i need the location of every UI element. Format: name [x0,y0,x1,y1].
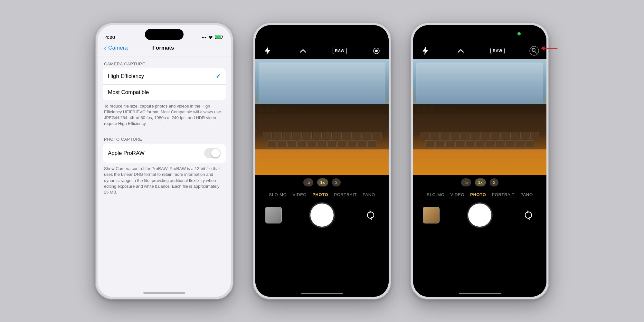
key [353,132,362,139]
zoom-1x-2[interactable]: 1x [475,178,486,186]
key [450,132,459,139]
back-chevron-icon: ‹ [104,44,106,52]
zoom-bar-2: .5 1x 2 [413,175,546,190]
proraw-description: Show Camera control for ProRAW. ProRAW i… [98,163,231,200]
signal-icon: ▪▪▪ [202,35,206,40]
raw-badge[interactable]: RAW [333,48,347,54]
camera-top-controls-2: RAW [413,43,546,59]
zoom-2x[interactable]: 2 [332,178,341,186]
key [510,132,519,139]
camera-screen-2: RAW [413,25,546,297]
proraw-toggle[interactable] [204,148,221,158]
key [263,132,272,139]
page-title: Formats [128,45,199,51]
key [460,132,469,139]
home-indicator-2 [301,293,343,294]
key [283,132,292,139]
key [505,140,514,147]
flash-button[interactable] [262,45,273,57]
key [525,140,534,147]
mode-portrait-2[interactable]: PORTRAIT [492,192,515,197]
live-photo-button[interactable] [371,45,382,57]
mode-portrait[interactable]: PORTRAIT [334,192,357,197]
mode-video[interactable]: VIDEO [293,192,307,197]
key [425,140,434,147]
key [515,140,524,147]
settings-nav: ‹ Camera Formats [98,43,231,56]
zoom-bar-1: .5 1x 2 [255,175,389,190]
mode-pano[interactable]: PANO [363,192,375,197]
key [465,140,474,147]
key [308,140,317,147]
battery-icon [215,35,223,40]
key [278,140,287,147]
camera-bottom-2 [413,200,546,231]
key [313,132,322,139]
dynamic-island-3 [460,29,499,40]
key [327,140,336,147]
zoom-2x-2[interactable]: 2 [490,178,498,186]
camera-capture-card: High Efficiency ✓ Most Compatible [103,68,226,100]
apple-proraw-row[interactable]: Apple ProRAW [103,144,226,163]
svg-rect-1 [216,36,221,38]
mode-slo-mo[interactable]: SLO-MO [269,192,287,197]
shutter-button-2[interactable] [468,204,491,227]
home-indicator [143,292,185,294]
key [475,140,484,147]
zoom-label: 2 [493,180,495,185]
key [323,132,332,139]
high-efficiency-label: High Efficiency [108,73,216,80]
mode-photo[interactable]: PHOTO [312,192,328,197]
key [363,132,372,139]
mode-slo-mo-2[interactable]: SLO-MO [427,192,444,197]
high-efficiency-row[interactable]: High Efficiency ✓ [103,68,226,85]
zoom-label: 1x [320,180,325,185]
photo-capture-card: Apple ProRAW [103,144,226,163]
key [273,132,282,139]
key [288,140,297,147]
flash-button-2[interactable] [420,45,431,57]
mode-pano-2[interactable]: PANO [520,192,533,197]
key [298,140,307,147]
orange-surface [255,149,389,175]
key [455,140,464,147]
mode-video-2[interactable]: VIDEO [450,192,465,197]
zoom-0.5-2[interactable]: .5 [461,178,471,186]
svg-point-6 [530,46,539,55]
mode-photo-2[interactable]: PHOTO [470,192,486,197]
svg-line-8 [535,52,536,53]
chevron-up-button-2[interactable] [455,45,467,57]
macbook-lid-2 [416,62,543,104]
thumbnail-preview[interactable] [265,207,282,223]
key [317,140,327,147]
shutter-button[interactable] [310,204,334,227]
most-compatible-row[interactable]: Most Compatible [103,85,226,100]
back-label[interactable]: Camera [108,45,128,51]
thumbnail-preview-2[interactable] [423,207,440,223]
key [490,132,499,139]
zoom-label: .5 [307,180,310,185]
zoom-label: 2 [335,180,337,185]
zoom-label: 1x [478,180,483,185]
nav-back-button[interactable]: ‹ Camera [104,44,128,52]
phone-camera-2: RAW [411,23,549,299]
wifi-icon [208,35,213,40]
chevron-up-button[interactable] [297,45,309,57]
key [373,132,382,139]
thumbnail-image [266,207,281,223]
zoom-label: .5 [464,180,468,185]
zoom-0.5[interactable]: .5 [303,178,313,186]
photo-capture-label: PHOTO CAPTURE [98,132,231,144]
flip-camera-button[interactable] [362,207,379,223]
raw-badge-2[interactable]: RAW [490,48,505,54]
zoom-1x[interactable]: 1x [317,178,328,186]
key [445,140,454,147]
flip-camera-button-2[interactable] [520,207,537,223]
proraw-button[interactable] [528,45,540,57]
selected-checkmark: ✓ [216,73,221,80]
key [367,140,376,147]
key [431,132,440,139]
key [421,132,430,139]
camera-modes-2: SLO-MO VIDEO PHOTO PORTRAIT PANO [413,190,546,200]
camera-viewfinder-2: MacBook Pro [413,59,546,175]
